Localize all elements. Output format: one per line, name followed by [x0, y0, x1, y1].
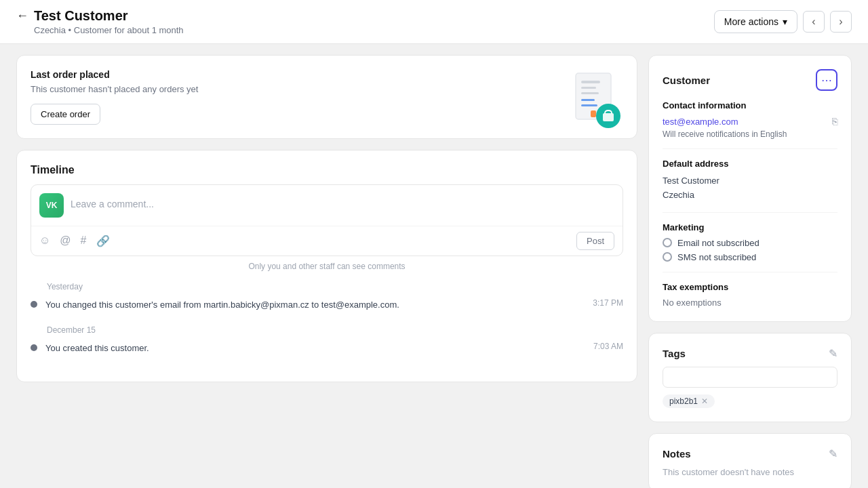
chevron-down-icon: ▾: [783, 16, 787, 27]
customer-card-header: Customer ⋯: [663, 69, 837, 91]
svg-rect-8: [591, 110, 596, 117]
timeline-title: Timeline: [31, 164, 623, 176]
hashtag-icon[interactable]: #: [81, 235, 87, 247]
tags-title: Tags: [663, 348, 686, 359]
notes-card-header: Notes ✎: [663, 447, 837, 460]
timeline-date-yesterday: Yesterday: [47, 282, 623, 291]
tags-card-header: Tags ✎: [663, 347, 837, 360]
page-subtitle: Czechia • Customer for about 1 month: [34, 25, 184, 35]
tags-card: Tags ✎ pixb2b1 ✕: [648, 333, 852, 422]
svg-rect-5: [581, 104, 597, 106]
top-bar-left: ← Test Customer Czechia • Customer for a…: [16, 8, 184, 35]
customer-options-button[interactable]: ⋯: [816, 69, 837, 91]
timeline-time: 7:03 AM: [593, 342, 623, 351]
tag-remove-button[interactable]: ✕: [701, 396, 708, 406]
last-order-info: Last order placed This customer hasn't p…: [31, 69, 198, 125]
comment-box: VK Leave a comment... ☺ @ # 🔗 Post: [31, 184, 623, 256]
last-order-description: This customer hasn't placed any orders y…: [31, 84, 198, 94]
timeline-event: You changed this customer's email from m…: [45, 298, 585, 312]
create-order-button[interactable]: Create order: [31, 104, 100, 125]
copy-icon[interactable]: ⎘: [832, 116, 837, 127]
address-country: Czechia: [663, 188, 837, 203]
contact-row: test@example.com ⎘: [663, 116, 837, 127]
divider: [663, 148, 837, 149]
marketing-email-item: Email not subscribed: [663, 238, 837, 248]
svg-rect-4: [581, 99, 595, 101]
right-column: Customer ⋯ Contact information test@exam…: [648, 55, 852, 488]
timeline-item: You changed this customer's email from m…: [31, 298, 623, 312]
timeline-time: 3:17 PM: [593, 298, 623, 308]
svg-rect-1: [581, 81, 600, 83]
toolbar-icons: ☺ @ # 🔗: [39, 235, 110, 247]
link-icon[interactable]: 🔗: [96, 235, 110, 247]
top-bar: ← Test Customer Czechia • Customer for a…: [0, 0, 868, 44]
nav-next-button[interactable]: ›: [830, 11, 852, 33]
marketing-sms-item: SMS not subscribed: [663, 252, 837, 262]
tag-item: pixb2b1 ✕: [663, 394, 715, 408]
last-order-card: Last order placed This customer hasn't p…: [16, 55, 637, 139]
contact-section-label: Contact information: [663, 100, 837, 110]
top-bar-actions: More actions ▾ ‹ ›: [714, 10, 852, 33]
notes-card: Notes ✎ This customer doesn't have notes: [648, 433, 852, 488]
sms-radio: [663, 252, 672, 262]
notes-title: Notes: [663, 448, 691, 460]
divider: [663, 212, 837, 213]
notes-value: This customer doesn't have notes: [663, 467, 837, 477]
timeline-event: You created this customer.: [45, 342, 585, 355]
timeline-date-dec15: December 15: [47, 325, 623, 335]
timeline-item: You created this customer. 7:03 AM: [31, 342, 623, 355]
order-illustration: [569, 70, 623, 124]
address-name: Test Customer: [663, 174, 837, 188]
more-actions-label: More actions: [724, 16, 778, 27]
tax-section-label: Tax exemptions: [663, 282, 837, 292]
post-button[interactable]: Post: [576, 232, 614, 250]
tag-list: pixb2b1 ✕: [663, 394, 837, 408]
customer-card-title: Customer: [663, 75, 710, 86]
main-content: Last order placed This customer hasn't p…: [0, 44, 868, 488]
svg-rect-2: [581, 87, 596, 89]
contact-note: Will receive notifications in English: [663, 129, 837, 139]
mention-icon[interactable]: @: [60, 235, 71, 247]
timeline-section: Yesterday You changed this customer's em…: [31, 282, 623, 354]
tags-edit-icon[interactable]: ✎: [829, 347, 837, 360]
nav-prev-button[interactable]: ‹: [803, 11, 825, 33]
customer-card: Customer ⋯ Contact information test@exam…: [648, 55, 852, 322]
timeline-dot: [31, 344, 37, 351]
staff-note: Only you and other staff can see comment…: [31, 256, 623, 277]
email-link[interactable]: test@example.com: [663, 117, 738, 127]
comment-toolbar: ☺ @ # 🔗 Post: [31, 226, 623, 256]
timeline-card: Timeline VK Leave a comment... ☺ @ # 🔗 P…: [16, 150, 637, 382]
tag-label: pixb2b1: [669, 396, 698, 406]
back-button[interactable]: ←: [16, 9, 28, 23]
tax-value: No exemptions: [663, 298, 837, 308]
last-order-heading: Last order placed: [31, 69, 198, 80]
comment-input-row: VK Leave a comment...: [31, 185, 623, 226]
marketing-section-label: Marketing: [663, 222, 837, 232]
tags-input[interactable]: [663, 367, 837, 388]
comment-input[interactable]: Leave a comment...: [71, 193, 614, 209]
timeline-dot: [31, 301, 37, 308]
divider: [663, 272, 837, 272]
email-subscription-status: Email not subscribed: [677, 238, 760, 248]
svg-rect-7: [603, 113, 614, 121]
sms-subscription-status: SMS not subscribed: [677, 252, 756, 262]
emoji-icon[interactable]: ☺: [39, 235, 50, 247]
left-column: Last order placed This customer hasn't p…: [16, 55, 637, 488]
avatar: VK: [39, 193, 64, 218]
svg-rect-3: [581, 92, 599, 94]
notes-edit-icon[interactable]: ✎: [829, 447, 837, 460]
email-radio: [663, 238, 672, 247]
more-actions-button[interactable]: More actions ▾: [714, 10, 797, 33]
page-title: Test Customer: [34, 8, 128, 24]
address-section-label: Default address: [663, 159, 837, 169]
title-row: ← Test Customer: [16, 8, 184, 24]
